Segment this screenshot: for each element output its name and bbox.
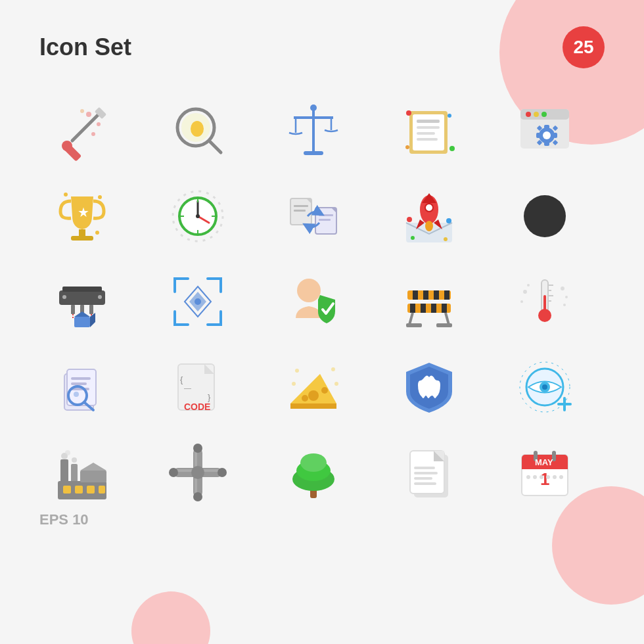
svg-point-166	[191, 466, 204, 479]
icon-cheese	[271, 351, 356, 423]
svg-rect-103	[431, 304, 436, 313]
svg-rect-64	[319, 214, 333, 216]
svg-point-48	[95, 231, 99, 235]
svg-point-24	[406, 110, 411, 116]
icon-magnify-egg	[155, 95, 241, 167]
svg-point-116	[523, 290, 527, 294]
header: Icon Set 25	[39, 26, 605, 68]
svg-point-47	[98, 195, 102, 199]
icon-ar-scan	[155, 265, 241, 338]
svg-point-72	[425, 221, 433, 231]
svg-point-90	[98, 295, 102, 299]
svg-point-32	[541, 112, 547, 117]
svg-point-119	[561, 287, 564, 290]
svg-point-144	[292, 382, 296, 386]
svg-point-193	[546, 475, 550, 479]
svg-rect-80	[71, 305, 75, 314]
svg-point-120	[565, 296, 568, 298]
footer: EPS 10	[39, 511, 89, 528]
svg-text:}: }	[208, 392, 211, 402]
icon-tree	[271, 436, 356, 509]
svg-point-142	[331, 367, 335, 371]
svg-line-105	[409, 313, 413, 325]
svg-rect-181	[414, 477, 432, 480]
svg-marker-87	[74, 311, 90, 317]
svg-rect-23	[417, 138, 438, 141]
svg-point-2	[86, 112, 91, 117]
icon-document	[386, 436, 472, 509]
svg-point-74	[446, 218, 451, 223]
svg-rect-159	[87, 486, 95, 494]
svg-point-93	[195, 298, 201, 305]
svg-point-89	[62, 295, 66, 299]
svg-text:★: ★	[78, 205, 89, 219]
svg-text:—: —	[184, 384, 191, 392]
svg-rect-38	[553, 133, 557, 138]
svg-point-139	[321, 387, 328, 394]
svg-rect-86	[74, 317, 90, 327]
svg-rect-101	[410, 304, 415, 313]
svg-point-121	[563, 304, 566, 306]
badge-number: 25	[563, 26, 605, 68]
svg-point-195	[559, 475, 563, 479]
icon-eye-globe	[502, 351, 587, 423]
svg-text:CODE: CODE	[184, 402, 210, 412]
icon-magic-wand	[39, 95, 125, 167]
svg-point-73	[407, 217, 412, 222]
svg-point-27	[405, 145, 409, 149]
icon-web-settings	[502, 95, 587, 167]
svg-point-17	[310, 104, 317, 111]
svg-point-31	[534, 112, 539, 117]
svg-point-75	[411, 236, 415, 240]
svg-rect-60	[294, 205, 308, 207]
icon-justice-scale	[271, 95, 356, 167]
icon-grid: ★	[39, 95, 605, 509]
svg-text:1: 1	[540, 469, 549, 489]
svg-line-11	[210, 141, 221, 152]
svg-point-3	[97, 122, 101, 126]
svg-rect-79	[62, 287, 102, 292]
svg-point-117	[527, 284, 530, 287]
svg-point-194	[553, 475, 557, 479]
icon-pipe-cross	[155, 436, 241, 509]
svg-rect-104	[442, 304, 447, 313]
svg-rect-99	[444, 290, 449, 300]
svg-point-143	[334, 382, 338, 386]
svg-point-191	[533, 475, 537, 479]
svg-rect-182	[414, 482, 436, 485]
svg-line-106	[446, 313, 449, 325]
icon-head-shield	[271, 265, 356, 338]
svg-point-25	[448, 114, 451, 118]
svg-rect-108	[436, 323, 452, 327]
svg-point-77	[524, 195, 566, 237]
svg-rect-158	[75, 486, 83, 494]
icon-calendar: MAY 1	[502, 436, 587, 509]
svg-point-26	[449, 146, 455, 151]
bg-decoration-bottom-left	[131, 591, 210, 644]
svg-rect-44	[71, 236, 93, 241]
svg-rect-20	[417, 120, 440, 123]
svg-rect-37	[536, 133, 540, 138]
svg-rect-180	[414, 472, 438, 474]
icon-factory	[39, 436, 125, 509]
svg-rect-107	[406, 323, 422, 327]
svg-point-168	[218, 468, 227, 477]
svg-point-154	[65, 450, 70, 455]
icon-circle-dot	[502, 180, 587, 252]
svg-rect-82	[89, 305, 93, 314]
svg-rect-161	[80, 471, 106, 482]
svg-rect-22	[417, 132, 435, 135]
svg-point-192	[540, 475, 543, 479]
svg-rect-179	[414, 467, 435, 469]
svg-rect-98	[434, 290, 439, 300]
icon-thermometer	[502, 265, 587, 338]
svg-point-111	[538, 309, 551, 322]
icon-file-transfer	[271, 180, 356, 252]
svg-line-6	[72, 113, 100, 141]
svg-text:MAY: MAY	[535, 457, 553, 467]
svg-point-129	[74, 392, 79, 397]
svg-rect-151	[60, 459, 68, 482]
svg-point-94	[297, 279, 321, 302]
svg-point-170	[193, 492, 202, 501]
icon-construction	[386, 265, 472, 338]
